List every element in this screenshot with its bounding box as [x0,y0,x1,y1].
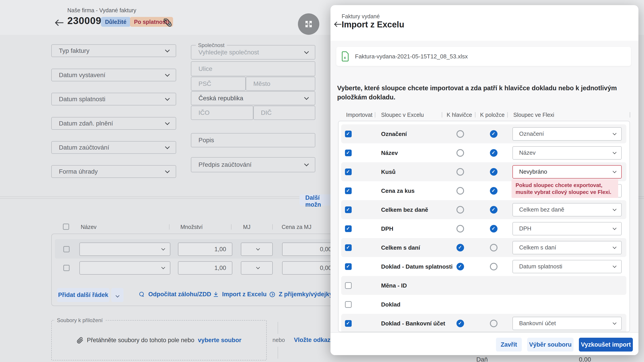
select-invoice-type[interactable]: Typ faktury [51,44,176,57]
to-header-radio[interactable] [456,206,464,214]
to-item-radio[interactable] [490,244,498,251]
dic-input[interactable]: DIČ [253,106,315,120]
import-excel-link[interactable]: Import z Excelu [213,291,267,298]
to-header-radio[interactable] [456,187,464,195]
add-row-button[interactable]: Přidat další řádek [57,288,110,302]
to-item-radio[interactable] [490,320,498,327]
import-checkbox[interactable] [345,320,352,327]
from-receipt-link[interactable]: Z příjemky/výdejky [269,291,333,298]
company-legend: Společnost [196,42,227,48]
excel-column-label: Kusů [381,168,396,175]
flexi-column-select[interactable]: Označení [512,127,622,141]
to-header-radio[interactable] [456,168,464,176]
import-checkbox[interactable] [345,187,352,194]
zip-input[interactable]: PSČ [191,77,246,91]
item-quantity-input[interactable]: 1,00 [178,261,232,275]
expand-panel-button[interactable] [298,13,319,35]
items-col-quantity: Množství [180,224,203,230]
import-checkbox[interactable] [345,244,352,251]
drop-text: Přetáhněte soubory do tohoto pole nebo [87,337,194,344]
badge-important: Důležité [101,17,130,27]
flexi-column-select[interactable]: Celkem s daní [512,241,622,254]
invoice-items-card: 1,00 0,00 1,00 0,00 Přidat další řádek [51,234,334,306]
import-checkbox[interactable] [345,282,352,289]
choose-file-link[interactable]: vyberte soubor [198,337,241,344]
flexi-value: Datum splatnosti [519,263,562,270]
mapping-row-kusu: Kusů Nevybráno [341,162,626,181]
select-due-date[interactable]: Datum splatnosti [51,93,176,105]
to-item-radio[interactable] [490,225,498,233]
import-checkbox[interactable] [345,131,352,137]
chevron-down-icon [613,226,616,230]
chevron-down-icon [304,162,309,166]
to-header-radio[interactable] [456,149,464,157]
flexi-column-select[interactable]: Celkem bez daně [512,203,622,216]
item-price-input[interactable]: 0,00 [282,243,338,256]
item-price-input[interactable]: 0,00 [282,261,338,275]
quantity-value: 1,00 [214,265,226,272]
to-item-radio[interactable] [490,263,498,270]
select-label: Typ faktury [59,47,90,54]
excel-column-label: Označení [381,130,407,137]
to-header-radio[interactable] [456,130,464,138]
close-button[interactable]: Zavřít [496,338,522,352]
deduct-deposit-link[interactable]: Odpočítat zálohu/ZDD [138,291,211,298]
select-all-items-checkbox[interactable] [63,224,69,230]
description-input[interactable]: Popis [191,133,315,147]
item-row-checkbox[interactable] [63,246,70,252]
chevron-down-icon [165,144,170,149]
to-header-radio[interactable] [456,263,464,270]
ico-input[interactable]: IČO [191,106,253,120]
flexi-column-select[interactable]: Datum splatnosti [512,260,622,273]
to-item-radio[interactable] [490,149,498,157]
select-tax-date[interactable]: Datum zdaň. plnění [51,117,176,130]
item-name-select[interactable] [80,243,170,256]
import-checkbox[interactable] [345,301,352,308]
item-name-select[interactable] [80,261,170,275]
select-posting-date[interactable]: Datum zaúčtování [51,141,176,154]
more-options-button[interactable]: Další možn [300,194,335,206]
to-item-radio[interactable] [490,187,498,195]
modal-footer: Zavřít Výběr souboru Vyzkoušet import [330,332,638,355]
item-row-checkbox[interactable] [63,265,70,271]
page-back-button[interactable] [54,18,65,28]
item-quantity-input[interactable]: 1,00 [178,243,232,256]
posting-rule-select[interactable]: Předpis zaúčtování [191,157,315,172]
flexi-column-select-error[interactable]: Nevybráno [512,165,622,179]
street-input[interactable]: Ulice [191,61,315,76]
to-item-radio[interactable] [490,130,498,138]
import-checkbox[interactable] [345,150,352,156]
import-checkbox[interactable] [345,206,352,213]
chevron-down-icon [613,131,616,135]
to-header-radio[interactable] [456,244,464,251]
item-unit-select[interactable] [241,243,273,256]
flexi-column-select[interactable]: DPH [512,222,622,235]
to-item-radio[interactable] [490,206,498,214]
import-checkbox[interactable] [345,263,352,270]
select-issue-date[interactable]: Datum vystavení [51,69,176,81]
excel-column-label: Cena za kus [381,187,414,194]
add-row-dropdown-button[interactable] [111,288,124,302]
mapping-row-celkem-bez-dane: Celkem bez daně Celkem bez daně [341,200,626,219]
file-dropzone[interactable]: Přetáhněte soubory do tohoto pole nebo v… [51,320,267,361]
chevron-down-icon [256,266,260,269]
try-import-button[interactable]: Vyzkoušet import [579,338,633,352]
import-checkbox[interactable] [345,169,352,175]
to-header-radio[interactable] [456,225,464,233]
excel-file-icon: x [341,51,349,61]
import-instruction: Vyberte, které sloupce chcete importovat… [337,84,625,102]
select-label: Forma úhrady [59,168,98,175]
flexi-column-select[interactable]: Název [512,146,622,160]
item-unit-select[interactable] [241,261,273,275]
chevron-down-icon [162,266,165,269]
to-header-radio[interactable] [456,320,464,327]
select-label: Datum zdaň. plnění [59,120,113,127]
import-checkbox[interactable] [345,225,352,232]
flexi-column-select[interactable]: Bankovní účet [512,317,622,330]
choose-file-button[interactable]: Výběr souboru [527,338,574,352]
to-item-radio[interactable] [490,168,498,176]
country-select[interactable]: Česká republika [191,91,315,105]
select-payment-method[interactable]: Forma úhrady [51,165,176,178]
city-input[interactable]: Město [246,77,315,91]
add-tag-button[interactable] [163,18,172,27]
